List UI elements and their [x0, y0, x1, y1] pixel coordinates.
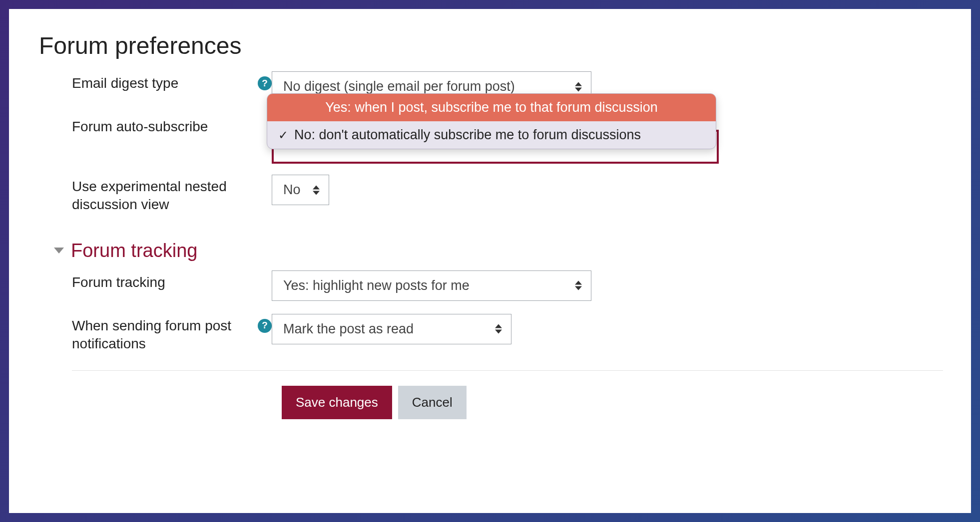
forum-tracking-select[interactable]: Yes: highlight new posts for me [272, 270, 591, 301]
section-forum-tracking-title: Forum tracking [71, 240, 197, 261]
help-icon[interactable]: ? [258, 319, 272, 333]
preferences-page: Forum preferences Email digest type ? No… [9, 9, 971, 513]
label-forum-tracking: Forum tracking [72, 270, 272, 291]
row-notifications: When sending forum post notifications ? … [72, 314, 943, 353]
cancel-button[interactable]: Cancel [398, 386, 467, 419]
nested-view-value: No [283, 182, 301, 198]
label-auto-subscribe: Forum auto-subscribe [72, 115, 272, 136]
auto-subscribe-option-no[interactable]: ✓ No: don't automatically subscribe me t… [267, 121, 716, 149]
row-nested-view: Use experimental nested discussion view … [72, 175, 943, 214]
notifications-label-text: When sending forum post notifications [72, 317, 253, 353]
label-nested-view: Use experimental nested discussion view [72, 175, 272, 214]
section-forum-tracking-header[interactable]: Forum tracking [54, 240, 943, 261]
nested-view-select[interactable]: No [272, 175, 329, 205]
sort-caret-icon [313, 185, 320, 195]
label-notifications: When sending forum post notifications ? [72, 314, 272, 353]
label-email-digest: Email digest type ? [72, 71, 272, 92]
forum-tracking-control: Yes: highlight new posts for me [272, 270, 943, 301]
chevron-down-icon [54, 248, 64, 254]
nested-view-label-text: Use experimental nested discussion view [72, 178, 253, 214]
notifications-value: Mark the post as read [283, 321, 414, 337]
page-title: Forum preferences [39, 32, 943, 59]
forum-tracking-label-text: Forum tracking [72, 273, 253, 291]
forum-tracking-value: Yes: highlight new posts for me [283, 278, 470, 293]
option-yes-text: Yes: when I post, subscribe me to that f… [325, 100, 657, 115]
row-auto-subscribe: Forum auto-subscribe Yes: when I post, s… [72, 115, 943, 149]
divider [72, 370, 943, 371]
notifications-select[interactable]: Mark the post as read [272, 314, 511, 344]
email-digest-value: No digest (single email per forum post) [283, 79, 515, 94]
checkmark-icon: ✓ [277, 128, 289, 142]
auto-subscribe-control: Yes: when I post, subscribe me to that f… [272, 115, 943, 149]
sort-caret-icon [575, 82, 582, 91]
option-no-text: No: don't automatically subscribe me to … [294, 127, 641, 143]
row-forum-tracking: Forum tracking Yes: highlight new posts … [72, 270, 943, 301]
nested-view-control: No [272, 175, 943, 205]
save-button[interactable]: Save changes [282, 386, 392, 419]
notifications-control: Mark the post as read [272, 314, 943, 344]
sort-caret-icon [495, 324, 502, 334]
auto-subscribe-option-yes[interactable]: Yes: when I post, subscribe me to that f… [267, 94, 716, 121]
auto-subscribe-dropdown: Yes: when I post, subscribe me to that f… [267, 93, 716, 149]
auto-subscribe-label-text: Forum auto-subscribe [72, 118, 253, 136]
help-icon[interactable]: ? [258, 76, 272, 90]
email-digest-label-text: Email digest type [72, 74, 253, 92]
sort-caret-icon [575, 281, 582, 290]
action-buttons: Save changes Cancel [282, 386, 943, 419]
